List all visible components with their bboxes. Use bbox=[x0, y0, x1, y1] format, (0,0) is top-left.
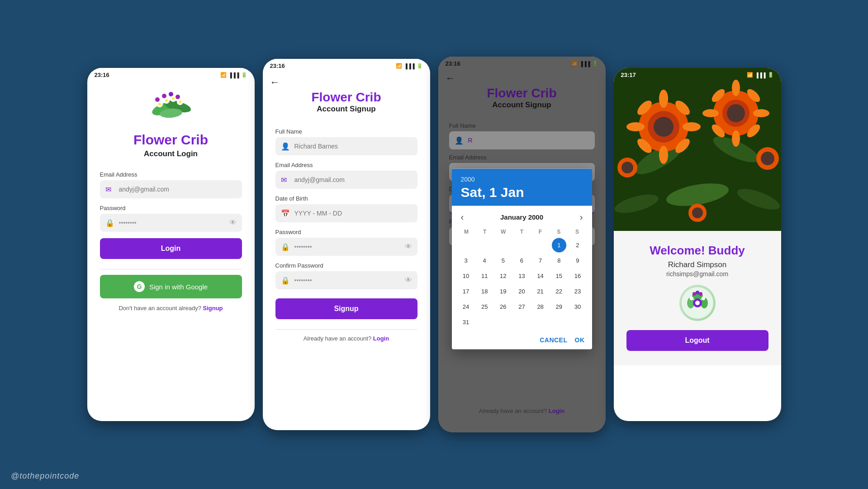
day-label-s2: S bbox=[568, 228, 587, 236]
status-icons-2: 📶 ▐▐▐ 🔋 bbox=[396, 63, 422, 69]
confirm-input[interactable] bbox=[275, 271, 417, 289]
dob-input[interactable] bbox=[275, 204, 417, 222]
status-icons-1: 📶 ▐▐▐ 🔋 bbox=[220, 72, 247, 78]
cal-day-9[interactable]: 9 bbox=[570, 253, 585, 268]
cal-day-11[interactable]: 11 bbox=[477, 268, 492, 283]
cal-day-1[interactable]: 1 bbox=[552, 238, 566, 252]
cal-day-5[interactable]: 5 bbox=[496, 253, 510, 268]
cal-day-31[interactable]: 31 bbox=[459, 315, 473, 329]
logout-button[interactable]: Logout bbox=[626, 330, 768, 351]
svg-point-54 bbox=[695, 301, 700, 305]
cal-day-21[interactable]: 21 bbox=[533, 284, 548, 298]
calendar-cancel-button[interactable]: CANCEL bbox=[540, 336, 567, 344]
svg-point-34 bbox=[727, 104, 745, 122]
password-input[interactable] bbox=[100, 214, 242, 232]
cal-day-18[interactable]: 18 bbox=[477, 284, 492, 298]
calendar-ok-button[interactable]: OK bbox=[575, 336, 585, 344]
phone-calendar: 23:16 📶 ▐▐▐ 🔋 ← Flower Crib Account Sign… bbox=[438, 57, 606, 432]
lock-icon-3: 🔒 bbox=[281, 276, 290, 285]
sunflower-illustration bbox=[614, 68, 781, 231]
cal-day-12[interactable]: 12 bbox=[496, 268, 510, 283]
phone-welcome: 23:17 📶 ▐▐▐ 🔋 bbox=[614, 68, 781, 421]
svg-point-58 bbox=[690, 297, 693, 300]
google-icon: G bbox=[134, 281, 145, 292]
signup-link[interactable]: Signup bbox=[203, 305, 223, 312]
login-link[interactable]: Login bbox=[373, 335, 389, 342]
svg-point-46 bbox=[621, 162, 633, 173]
svg-point-59 bbox=[702, 297, 705, 300]
confirm-input-wrap: 🔒 👁 bbox=[275, 271, 417, 289]
calendar-icon: 📅 bbox=[281, 209, 290, 218]
calendar-actions: CANCEL OK bbox=[452, 333, 592, 349]
signup-app-title: Flower Crib bbox=[263, 90, 430, 105]
page-subtitle-1: Account Login bbox=[144, 149, 198, 158]
cal-day-3[interactable]: 3 bbox=[459, 253, 473, 268]
cal-next-button[interactable]: › bbox=[576, 210, 587, 224]
status-bar-1: 23:16 📶 ▐▐▐ 🔋 bbox=[87, 68, 255, 80]
eye-off-icon[interactable]: 👁 bbox=[229, 219, 237, 227]
fullname-group: Full Name 👤 bbox=[275, 128, 417, 155]
login-button[interactable]: Login bbox=[100, 238, 242, 259]
cal-day-28[interactable]: 28 bbox=[533, 299, 548, 314]
cal-day-14[interactable]: 14 bbox=[533, 268, 548, 283]
cal-day-8[interactable]: 8 bbox=[552, 253, 566, 268]
svg-point-8 bbox=[162, 94, 166, 98]
cal-day-7[interactable]: 7 bbox=[533, 253, 548, 268]
confirm-group: Confirm Password 🔒 👁 bbox=[275, 262, 417, 289]
svg-point-23 bbox=[654, 117, 674, 137]
email-group: Email Address ✉ bbox=[100, 171, 242, 198]
day-label-w: W bbox=[494, 228, 512, 236]
day-labels: M T W T F S S bbox=[457, 228, 587, 236]
svg-point-48 bbox=[692, 207, 703, 218]
cal-day-26[interactable]: 26 bbox=[496, 299, 510, 314]
welcome-user-email: richsimps@gmail.com bbox=[666, 270, 728, 278]
signup-button[interactable]: Signup bbox=[275, 298, 417, 319]
fullname-label: Full Name bbox=[275, 128, 417, 135]
password-group-2: Password 🔒 👁 bbox=[275, 229, 417, 256]
cal-day-23[interactable]: 23 bbox=[570, 284, 585, 298]
app-logo bbox=[139, 89, 203, 132]
wifi-icon: 📶 bbox=[220, 72, 227, 78]
signup-page-title: Account Signup bbox=[263, 105, 430, 114]
email-input[interactable] bbox=[100, 180, 242, 198]
svg-point-56 bbox=[696, 291, 699, 294]
cal-day-13[interactable]: 13 bbox=[514, 268, 529, 283]
cal-day-4[interactable]: 4 bbox=[477, 253, 492, 268]
cal-day-17[interactable]: 17 bbox=[459, 284, 473, 298]
cal-day-2[interactable]: 2 bbox=[570, 238, 585, 252]
cal-day-16[interactable]: 16 bbox=[570, 268, 585, 283]
svg-point-13 bbox=[172, 97, 175, 100]
cal-day-15[interactable]: 15 bbox=[552, 268, 566, 283]
eye-off-icon-2[interactable]: 👁 bbox=[405, 243, 412, 251]
wifi-icon-2: 📶 bbox=[396, 63, 402, 69]
password-input-2[interactable] bbox=[275, 238, 417, 256]
dob-label: Date of Birth bbox=[275, 195, 417, 202]
cal-day-30[interactable]: 30 bbox=[570, 299, 585, 314]
cal-prev-button[interactable]: ‹ bbox=[457, 210, 468, 224]
phone-signup: 23:16 📶 ▐▐▐ 🔋 ← Flower Crib Account Sign… bbox=[263, 59, 430, 430]
cal-day-6[interactable]: 6 bbox=[514, 253, 529, 268]
cal-day-24[interactable]: 24 bbox=[459, 299, 473, 314]
back-button[interactable]: ← bbox=[263, 71, 430, 88]
cal-day-19[interactable]: 19 bbox=[496, 284, 510, 298]
confirm-label: Confirm Password bbox=[275, 262, 417, 269]
email-input-wrap-2: ✉ bbox=[275, 171, 417, 189]
fullname-input[interactable] bbox=[275, 137, 417, 155]
cal-day-25[interactable]: 25 bbox=[477, 299, 492, 314]
cal-day-20[interactable]: 20 bbox=[514, 284, 529, 298]
password-group: Password 🔒 👁 bbox=[100, 205, 242, 232]
svg-point-9 bbox=[169, 92, 173, 96]
day-label-m: M bbox=[457, 228, 476, 236]
wifi-icon-4: 📶 bbox=[747, 72, 753, 78]
cal-day-29[interactable]: 29 bbox=[552, 299, 566, 314]
email-icon: ✉ bbox=[105, 185, 111, 194]
cal-day-27[interactable]: 27 bbox=[514, 299, 529, 314]
status-time-2: 23:16 bbox=[270, 62, 285, 69]
cal-day-10[interactable]: 10 bbox=[459, 268, 473, 283]
cal-day-22[interactable]: 22 bbox=[552, 284, 566, 298]
google-signin-button[interactable]: G Sign in with Google bbox=[100, 275, 242, 298]
svg-point-44 bbox=[761, 152, 774, 165]
email-input-2[interactable] bbox=[275, 171, 417, 189]
svg-point-10 bbox=[175, 95, 180, 99]
eye-off-icon-3[interactable]: 👁 bbox=[405, 276, 412, 284]
